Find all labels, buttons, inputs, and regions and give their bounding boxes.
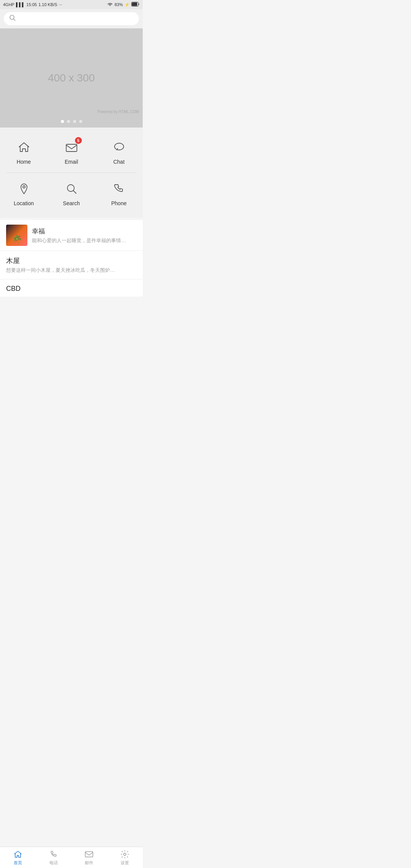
status-right: 83% ⚡ <box>107 2 140 7</box>
banner-watermark: Powered by HTML.COM <box>97 110 139 114</box>
svg-rect-1 <box>132 3 137 6</box>
list-item-title-1: 幸福 <box>32 227 137 236</box>
list-item-no-image-1[interactable]: 木屋 想要这样一间小木屋，夏天挫冰吃瓜，冬天围炉… <box>0 251 143 279</box>
content-padding <box>0 297 143 319</box>
email-label: Email <box>65 159 78 165</box>
phone-icon-wrapper <box>111 180 127 197</box>
home-label: Home <box>17 159 31 165</box>
icon-item-search[interactable]: Search <box>48 177 95 210</box>
battery-text: 83% <box>115 2 123 7</box>
list-item-partial[interactable]: CBD <box>0 279 143 297</box>
icon-grid: Home 5 Email Chat <box>0 128 143 218</box>
location-icon <box>17 182 31 196</box>
svg-point-4 <box>115 143 124 150</box>
icon-row-2: Location Search Phone <box>0 173 143 214</box>
list-item-title-3: CBD <box>6 285 137 293</box>
carrier-text: 4GHP <box>3 2 14 7</box>
icon-item-email[interactable]: 5 Email <box>48 135 95 169</box>
search-input-wrapper[interactable] <box>4 12 139 25</box>
wifi-icon <box>107 2 113 7</box>
phone-icon <box>112 182 126 196</box>
list-item-desc-1: 能和心爱的人一起睡觉，是件幸福的事情… <box>32 237 137 244</box>
dot-2 <box>67 120 70 123</box>
search-icon <box>64 182 79 196</box>
svg-point-5 <box>23 186 25 188</box>
email-icon-wrapper: 5 <box>63 139 80 156</box>
status-bar: 4GHP ▌▌▌ 15:05 1.10 KB/S ··· 83% ⚡ <box>0 0 143 9</box>
icon-item-chat[interactable]: Chat <box>96 135 143 169</box>
svg-rect-3 <box>66 144 77 152</box>
search-bar-icon <box>9 14 16 23</box>
status-left: 4GHP ▌▌▌ 15:05 1.10 KB/S ··· <box>3 2 62 7</box>
svg-point-6 <box>67 185 74 191</box>
charging-icon: ⚡ <box>124 2 130 7</box>
icon-item-location[interactable]: Location <box>0 177 48 210</box>
search-bar-container <box>0 9 143 29</box>
banner-placeholder-text: 400 x 300 <box>48 72 95 84</box>
dot-4 <box>79 120 82 123</box>
list-item-thumb: 🌴 <box>6 225 27 246</box>
chat-icon <box>112 140 126 155</box>
location-label: Location <box>14 200 34 206</box>
list-item-title-2: 木屋 <box>6 256 137 265</box>
dot-1 <box>61 120 64 123</box>
network-speed: 1.10 KB/S <box>38 2 57 7</box>
search-label: Search <box>63 200 80 206</box>
icon-item-home[interactable]: Home <box>0 135 48 169</box>
email-badge: 5 <box>75 137 82 144</box>
svg-point-2 <box>10 15 14 19</box>
thumb-decoration: 🌴 <box>11 235 22 245</box>
search-input[interactable] <box>19 16 134 22</box>
banner-slider[interactable]: 400 x 300 Powered by HTML.COM <box>0 29 143 128</box>
list-item-desc-2: 想要这样一间小木屋，夏天挫冰吃瓜，冬天围炉… <box>6 267 137 274</box>
icon-item-phone[interactable]: Phone <box>96 177 143 210</box>
battery-icon <box>131 2 140 7</box>
dot-3 <box>73 120 76 123</box>
phone-label: Phone <box>111 200 126 206</box>
banner-dots <box>0 120 143 123</box>
time-text: 15:05 <box>26 2 37 7</box>
dots-indicator: ··· <box>59 2 62 7</box>
list-item-content-1: 幸福 能和心爱的人一起睡觉，是件幸福的事情… <box>32 227 137 244</box>
home-icon-wrapper <box>16 139 32 156</box>
home-icon <box>17 140 31 155</box>
location-icon-wrapper <box>16 180 32 197</box>
icon-row-1: Home 5 Email Chat <box>0 131 143 172</box>
chat-label: Chat <box>113 159 125 165</box>
list-item[interactable]: 🌴 幸福 能和心爱的人一起睡觉，是件幸福的事情… <box>0 220 143 251</box>
chat-icon-wrapper <box>111 139 127 156</box>
search-icon-wrapper <box>63 180 80 197</box>
list-section: 🌴 幸福 能和心爱的人一起睡觉，是件幸福的事情… 木屋 想要这样一间小木屋，夏天… <box>0 220 143 297</box>
signal-icon: ▌▌▌ <box>16 2 25 7</box>
